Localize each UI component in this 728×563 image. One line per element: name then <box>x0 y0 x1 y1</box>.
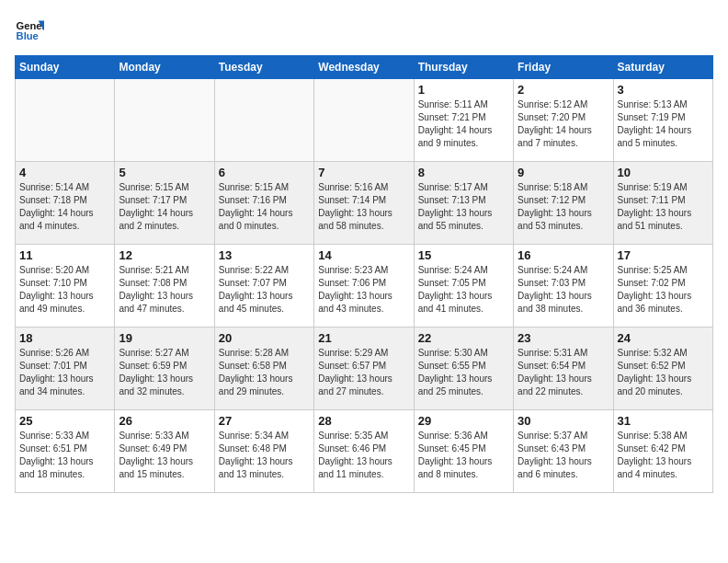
calendar-cell: 28Sunrise: 5:35 AM Sunset: 6:46 PM Dayli… <box>314 410 414 493</box>
calendar-cell <box>314 79 414 162</box>
day-info: Sunrise: 5:35 AM Sunset: 6:46 PM Dayligh… <box>318 430 409 481</box>
calendar-cell: 2Sunrise: 5:12 AM Sunset: 7:20 PM Daylig… <box>514 79 613 162</box>
day-info: Sunrise: 5:26 AM Sunset: 7:01 PM Dayligh… <box>19 347 110 398</box>
day-info: Sunrise: 5:14 AM Sunset: 7:18 PM Dayligh… <box>19 181 110 233</box>
day-info: Sunrise: 5:13 AM Sunset: 7:19 PM Dayligh… <box>618 98 709 150</box>
day-info: Sunrise: 5:32 AM Sunset: 6:52 PM Dayligh… <box>618 347 709 398</box>
calendar-cell: 10Sunrise: 5:19 AM Sunset: 7:11 PM Dayli… <box>613 162 712 245</box>
calendar-cell: 9Sunrise: 5:18 AM Sunset: 7:12 PM Daylig… <box>514 162 613 245</box>
day-info: Sunrise: 5:24 AM Sunset: 7:05 PM Dayligh… <box>418 264 509 316</box>
day-number: 14 <box>318 248 409 262</box>
day-number: 28 <box>318 414 409 428</box>
day-number: 18 <box>19 331 110 345</box>
day-info: Sunrise: 5:16 AM Sunset: 7:14 PM Dayligh… <box>318 181 409 233</box>
weekday-header-thursday: Thursday <box>414 56 513 79</box>
day-info: Sunrise: 5:25 AM Sunset: 7:02 PM Dayligh… <box>618 264 709 316</box>
logo-icon: General Blue <box>15 15 44 44</box>
day-number: 3 <box>618 83 709 97</box>
weekday-header-saturday: Saturday <box>613 56 712 79</box>
weekday-header-monday: Monday <box>115 56 214 79</box>
day-number: 21 <box>318 331 409 345</box>
calendar-cell: 17Sunrise: 5:25 AM Sunset: 7:02 PM Dayli… <box>613 245 712 327</box>
calendar-cell: 12Sunrise: 5:21 AM Sunset: 7:08 PM Dayli… <box>115 245 214 327</box>
weekday-header-tuesday: Tuesday <box>214 56 313 79</box>
day-number: 31 <box>618 414 709 428</box>
logo: General Blue <box>15 15 44 44</box>
calendar-cell: 6Sunrise: 5:15 AM Sunset: 7:16 PM Daylig… <box>214 162 313 245</box>
day-number: 30 <box>518 414 609 428</box>
day-info: Sunrise: 5:15 AM Sunset: 7:17 PM Dayligh… <box>119 181 210 233</box>
day-info: Sunrise: 5:27 AM Sunset: 6:59 PM Dayligh… <box>119 347 210 398</box>
day-number: 7 <box>318 166 409 179</box>
day-number: 29 <box>418 414 509 428</box>
calendar-cell: 13Sunrise: 5:22 AM Sunset: 7:07 PM Dayli… <box>214 245 313 327</box>
day-info: Sunrise: 5:38 AM Sunset: 6:42 PM Dayligh… <box>618 430 709 481</box>
day-number: 12 <box>119 248 210 262</box>
day-info: Sunrise: 5:36 AM Sunset: 6:45 PM Dayligh… <box>418 430 509 481</box>
day-number: 4 <box>19 166 110 179</box>
calendar-cell: 18Sunrise: 5:26 AM Sunset: 7:01 PM Dayli… <box>16 327 115 410</box>
svg-text:Blue: Blue <box>17 30 39 41</box>
page-header: General Blue <box>15 15 713 44</box>
weekday-header-wednesday: Wednesday <box>314 56 414 79</box>
day-info: Sunrise: 5:31 AM Sunset: 6:54 PM Dayligh… <box>518 347 609 398</box>
calendar-cell: 1Sunrise: 5:11 AM Sunset: 7:21 PM Daylig… <box>414 79 513 162</box>
day-number: 8 <box>418 166 509 179</box>
calendar-cell: 31Sunrise: 5:38 AM Sunset: 6:42 PM Dayli… <box>613 410 712 493</box>
day-number: 6 <box>219 166 310 179</box>
weekday-header-friday: Friday <box>514 56 613 79</box>
calendar-cell: 22Sunrise: 5:30 AM Sunset: 6:55 PM Dayli… <box>414 327 513 410</box>
calendar-cell: 16Sunrise: 5:24 AM Sunset: 7:03 PM Dayli… <box>514 245 613 327</box>
day-number: 10 <box>618 166 709 179</box>
day-info: Sunrise: 5:12 AM Sunset: 7:20 PM Dayligh… <box>518 98 609 150</box>
calendar-cell: 24Sunrise: 5:32 AM Sunset: 6:52 PM Dayli… <box>613 327 712 410</box>
day-number: 24 <box>618 331 709 345</box>
day-number: 2 <box>518 83 609 97</box>
day-number: 22 <box>418 331 509 345</box>
calendar-cell: 19Sunrise: 5:27 AM Sunset: 6:59 PM Dayli… <box>115 327 214 410</box>
day-info: Sunrise: 5:15 AM Sunset: 7:16 PM Dayligh… <box>219 181 310 233</box>
day-info: Sunrise: 5:17 AM Sunset: 7:13 PM Dayligh… <box>418 181 509 233</box>
day-info: Sunrise: 5:34 AM Sunset: 6:48 PM Dayligh… <box>219 430 310 481</box>
calendar-cell: 25Sunrise: 5:33 AM Sunset: 6:51 PM Dayli… <box>16 410 115 493</box>
day-info: Sunrise: 5:20 AM Sunset: 7:10 PM Dayligh… <box>19 264 110 316</box>
calendar-cell: 7Sunrise: 5:16 AM Sunset: 7:14 PM Daylig… <box>314 162 414 245</box>
day-number: 25 <box>19 414 110 428</box>
calendar-cell: 8Sunrise: 5:17 AM Sunset: 7:13 PM Daylig… <box>414 162 513 245</box>
day-info: Sunrise: 5:33 AM Sunset: 6:49 PM Dayligh… <box>119 430 210 481</box>
calendar-cell: 26Sunrise: 5:33 AM Sunset: 6:49 PM Dayli… <box>115 410 214 493</box>
day-number: 1 <box>418 83 509 97</box>
day-number: 23 <box>518 331 609 345</box>
day-info: Sunrise: 5:19 AM Sunset: 7:11 PM Dayligh… <box>618 181 709 233</box>
calendar-cell <box>16 79 115 162</box>
calendar-cell: 3Sunrise: 5:13 AM Sunset: 7:19 PM Daylig… <box>613 79 712 162</box>
day-number: 15 <box>418 248 509 262</box>
day-number: 13 <box>219 248 310 262</box>
day-number: 16 <box>518 248 609 262</box>
calendar-cell: 29Sunrise: 5:36 AM Sunset: 6:45 PM Dayli… <box>414 410 513 493</box>
day-info: Sunrise: 5:33 AM Sunset: 6:51 PM Dayligh… <box>19 430 110 481</box>
day-number: 17 <box>618 248 709 262</box>
calendar-cell: 27Sunrise: 5:34 AM Sunset: 6:48 PM Dayli… <box>214 410 313 493</box>
calendar-cell: 4Sunrise: 5:14 AM Sunset: 7:18 PM Daylig… <box>16 162 115 245</box>
calendar-header: SundayMondayTuesdayWednesdayThursdayFrid… <box>16 56 713 79</box>
day-info: Sunrise: 5:30 AM Sunset: 6:55 PM Dayligh… <box>418 347 509 398</box>
day-number: 26 <box>119 414 210 428</box>
calendar-table: SundayMondayTuesdayWednesdayThursdayFrid… <box>15 55 713 493</box>
day-info: Sunrise: 5:23 AM Sunset: 7:06 PM Dayligh… <box>318 264 409 316</box>
calendar-cell: 21Sunrise: 5:29 AM Sunset: 6:57 PM Dayli… <box>314 327 414 410</box>
day-number: 19 <box>119 331 210 345</box>
day-info: Sunrise: 5:24 AM Sunset: 7:03 PM Dayligh… <box>518 264 609 316</box>
day-info: Sunrise: 5:28 AM Sunset: 6:58 PM Dayligh… <box>219 347 310 398</box>
day-number: 27 <box>219 414 310 428</box>
day-number: 5 <box>119 166 210 179</box>
day-number: 20 <box>219 331 310 345</box>
day-number: 11 <box>19 248 110 262</box>
calendar-cell: 30Sunrise: 5:37 AM Sunset: 6:43 PM Dayli… <box>514 410 613 493</box>
day-info: Sunrise: 5:18 AM Sunset: 7:12 PM Dayligh… <box>518 181 609 233</box>
calendar-cell: 5Sunrise: 5:15 AM Sunset: 7:17 PM Daylig… <box>115 162 214 245</box>
calendar-cell: 14Sunrise: 5:23 AM Sunset: 7:06 PM Dayli… <box>314 245 414 327</box>
calendar-cell <box>115 79 214 162</box>
day-info: Sunrise: 5:11 AM Sunset: 7:21 PM Dayligh… <box>418 98 509 150</box>
day-info: Sunrise: 5:37 AM Sunset: 6:43 PM Dayligh… <box>518 430 609 481</box>
